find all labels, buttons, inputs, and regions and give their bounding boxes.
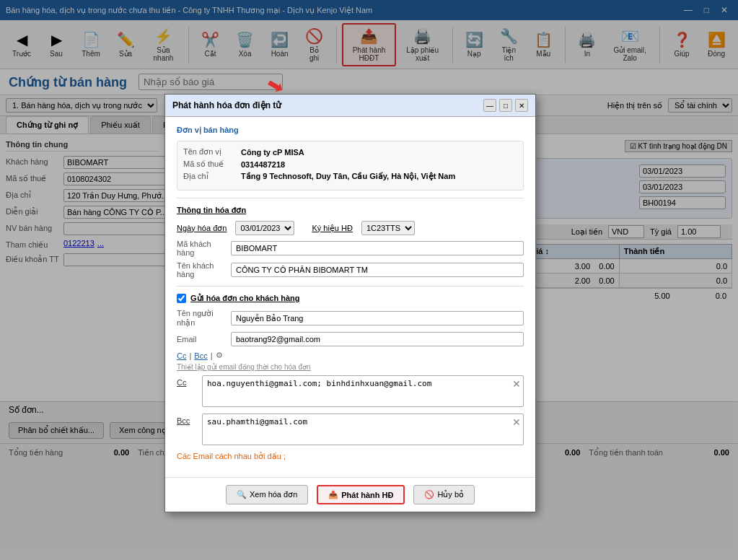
bcc-input-wrap: sau.phamthi@gmail.com ✕ [202, 414, 524, 447]
ma-khach-hang-modal-row: Mã khách hàng [177, 240, 524, 257]
modal-sep [177, 198, 524, 198]
ten-khach-hang-modal-label: Tên khách hàng [177, 261, 231, 279]
ngay-ky-hieu-row: Ngày hóa đơn 03/01/2023 Ký hiệu HĐ 1C23T… [177, 221, 524, 235]
phat-hanh-hd-button[interactable]: 📤 Phát hành HĐ [317, 485, 405, 504]
cc-clear-button[interactable]: ✕ [512, 378, 521, 390]
gui-hoa-don-label: Gửi hóa đơn cho khách hàng [190, 294, 300, 303]
dia-chi-modal-label: Địa chỉ [183, 172, 241, 181]
cc-link[interactable]: Cc [177, 351, 186, 360]
bcc-row: Bcc sau.phamthi@gmail.com ✕ [177, 414, 524, 447]
dia-chi-modal-value: Tầng 9 Technosoft, Duy Tân, Cầu Giấy, Hà… [241, 172, 455, 181]
ky-hieu-hd-label: Ký hiệu HĐ [312, 224, 353, 233]
thiet-lap-hint: Thiết lập gửi email đồng thời cho hóa đơ… [177, 363, 524, 371]
email-row: Email [177, 332, 524, 346]
modal-titlebar: Phát hành hóa đơn điện tử — □ ✕ [165, 95, 535, 117]
bcc-textarea[interactable]: sau.phamthi@gmail.com [202, 414, 524, 445]
phat-hanh-hd-icon: 📤 [328, 490, 338, 499]
ma-so-thue-modal-value: 0314487218 [241, 160, 285, 169]
ten-nguoi-nhan-row: Tên người nhận [177, 309, 524, 328]
gui-hoa-don-checkbox-row: Gửi hóa đơn cho khách hàng [177, 294, 524, 303]
ma-khach-hang-modal-input[interactable] [231, 241, 524, 255]
cc-textarea[interactable]: hoa.nguyenthi@gmail.com; binhdinhxuan@gm… [202, 375, 524, 407]
xem-hoa-don-button[interactable]: 🔍 Xem hóa đơn [226, 485, 308, 504]
modal-maximize-button[interactable]: □ [499, 99, 512, 112]
email-label: Email [177, 335, 231, 344]
ma-so-thue-modal-row: Mã số thuế 0314487218 [183, 159, 517, 169]
separator-1: | [189, 351, 191, 360]
modal-title: Phát hành hóa đơn điện tử [172, 100, 281, 110]
ten-don-vi-row: Tên đơn vị Công ty cP MISA [183, 147, 517, 157]
don-vi-info-section: Tên đơn vị Công ty cP MISA Mã số thuế 03… [177, 141, 524, 191]
cc-input-wrap: hoa.nguyenthi@gmail.com; binhdinhxuan@gm… [202, 375, 524, 409]
ky-hieu-hd-select[interactable]: 1C23TTS [361, 221, 415, 235]
cc-row: Cc hoa.nguyenthi@gmail.com; binhdinhxuan… [177, 375, 524, 409]
ma-khach-hang-modal-label: Mã khách hàng [177, 240, 231, 257]
huy-bo-label: Hủy bỏ [437, 490, 464, 499]
modal-sep-2 [177, 286, 524, 286]
ma-so-thue-modal-label: Mã số thuế [183, 159, 241, 169]
bcc-link[interactable]: Bcc [194, 351, 207, 360]
don-vi-section-title: Đơn vị bán hàng [177, 126, 524, 135]
phat-hanh-hd-label: Phát hành HĐ [341, 491, 393, 499]
modal-close-button[interactable]: ✕ [515, 99, 528, 112]
ten-don-vi-label: Tên đơn vị [183, 147, 241, 157]
ten-don-vi-value: Công ty cP MISA [241, 148, 304, 157]
email-input[interactable] [231, 332, 524, 346]
ten-khach-hang-modal-row: Tên khách hàng [177, 261, 524, 279]
cc-links-row: Cc | Bcc | ⚙ [177, 351, 524, 360]
huy-bo-button[interactable]: 🚫 Hủy bỏ [413, 485, 475, 504]
modal-dialog: Phát hành hóa đơn điện tử — □ ✕ Đơn vị b… [164, 94, 536, 512]
modal-controls: — □ ✕ [483, 99, 528, 112]
huy-bo-icon: 🚫 [424, 490, 434, 499]
cc-field-label: Cc [177, 375, 202, 387]
ten-nguoi-nhan-input[interactable] [231, 311, 524, 325]
xem-hoa-don-label: Xem hóa đơn [250, 490, 297, 499]
dia-chi-modal-row: Địa chỉ Tầng 9 Technosoft, Duy Tân, Cầu … [183, 172, 517, 181]
bcc-field-label: Bcc [177, 414, 202, 425]
bcc-clear-button[interactable]: ✕ [512, 416, 521, 428]
xem-hoa-don-icon: 🔍 [237, 490, 247, 499]
ngay-hoa-don-label: Ngày hóa đơn [177, 224, 227, 233]
gui-hoa-don-checkbox[interactable] [177, 294, 186, 303]
thong-tin-hoa-don-title: Thông tin hóa đơn [177, 206, 524, 215]
ngay-hoa-don-select[interactable]: 03/01/2023 [235, 221, 294, 235]
ten-nguoi-nhan-label: Tên người nhận [177, 309, 231, 328]
separator-2: | [211, 351, 213, 360]
modal-footer: 🔍 Xem hóa đơn 📤 Phát hành HĐ 🚫 Hủy bỏ [165, 477, 535, 512]
settings-icon[interactable]: ⚙ [216, 351, 223, 360]
ten-khach-hang-modal-input[interactable] [231, 263, 524, 277]
modal-body: Đơn vị bán hàng Tên đơn vị Công ty cP MI… [165, 117, 535, 477]
email-hint: Các Email cách nhau bởi dấu ; [177, 452, 524, 461]
modal-minimize-button[interactable]: — [483, 99, 496, 112]
